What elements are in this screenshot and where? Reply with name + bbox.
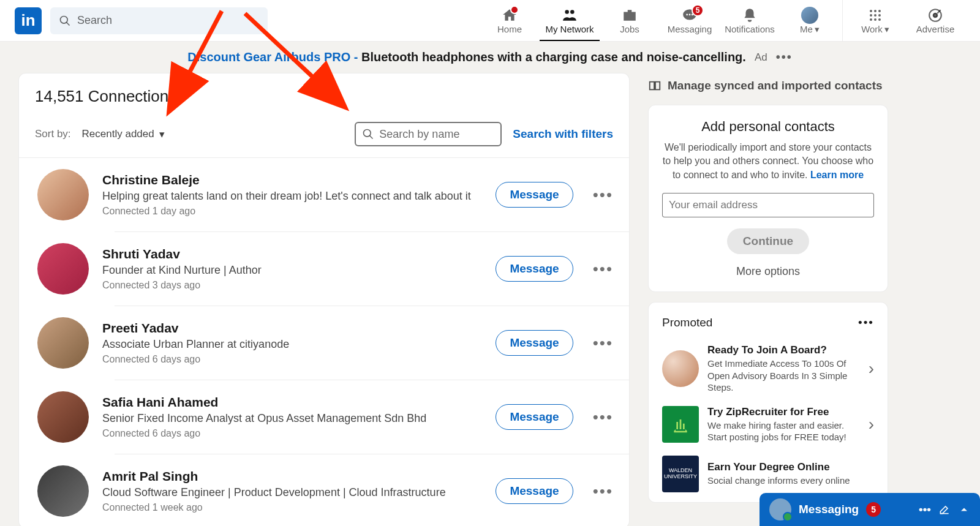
promo-desc: We make hiring faster and easier. Start … <box>707 419 860 443</box>
row-options[interactable]: ••• <box>593 482 613 501</box>
book-icon <box>648 79 662 92</box>
search-placeholder: Search <box>77 14 112 27</box>
connection-name[interactable]: Christine Baleje <box>102 173 482 187</box>
connection-headline: Founder at Kind Nurture | Author <box>102 263 482 277</box>
nav-notifications[interactable]: Notifications <box>720 0 780 41</box>
svg-point-11 <box>870 14 872 17</box>
nav-label: My Network <box>545 24 594 34</box>
svg-line-20 <box>370 136 373 139</box>
nav-advertise[interactable]: Advertise <box>905 0 965 41</box>
row-options[interactable]: ••• <box>593 334 613 353</box>
connection-name[interactable]: Shruti Yadav <box>102 247 482 261</box>
email-input[interactable] <box>662 193 874 217</box>
more-options-link[interactable]: More options <box>662 265 874 278</box>
nav-label: Messaging <box>668 24 712 34</box>
sort-dropdown[interactable]: Recently added ▾ <box>82 128 165 141</box>
search-icon <box>59 15 71 27</box>
sort-value: Recently added <box>82 128 154 140</box>
message-button[interactable]: Message <box>496 256 573 282</box>
message-button[interactable]: Message <box>496 478 573 504</box>
nav-home[interactable]: Home <box>480 0 540 41</box>
svg-point-9 <box>874 10 876 12</box>
svg-point-10 <box>878 10 881 12</box>
nav-network[interactable]: My Network <box>540 0 600 41</box>
target-icon <box>927 7 943 23</box>
chevron-up-icon[interactable] <box>958 503 970 516</box>
nav-divider <box>842 0 843 41</box>
ad-bold: Bluetooth headphones with a charging cas… <box>361 50 746 64</box>
messaging-avatar <box>769 498 791 520</box>
svg-point-15 <box>874 18 876 21</box>
add-contacts-card: Add personal contacts We'll periodically… <box>648 105 888 292</box>
promoted-options[interactable]: ••• <box>858 316 874 329</box>
ad-banner[interactable]: Discount Gear Airbuds PRO - Bluetooth he… <box>0 42 980 73</box>
avatar[interactable] <box>37 243 89 295</box>
linkedin-logo[interactable]: in <box>15 7 42 34</box>
search-by-name[interactable]: Search by name <box>355 122 502 146</box>
message-button[interactable]: Message <box>496 330 573 356</box>
nav-label: Home <box>497 24 522 34</box>
avatar[interactable] <box>37 391 89 443</box>
learn-more-link[interactable]: Learn more <box>810 170 864 180</box>
row-options[interactable]: ••• <box>593 186 613 205</box>
global-search[interactable]: Search <box>50 7 268 34</box>
nav-jobs[interactable]: Jobs <box>600 0 660 41</box>
home-badge <box>510 6 519 14</box>
svg-point-19 <box>364 130 371 137</box>
row-options[interactable]: ••• <box>593 408 613 427</box>
more-icon[interactable]: ••• <box>919 503 931 516</box>
promo-desc: Get Immediate Access To 100s Of Open Adv… <box>707 358 860 394</box>
nav-messaging[interactable]: 5 Messaging <box>660 0 720 41</box>
message-button[interactable]: Message <box>496 404 573 430</box>
connection-row: Christine Baleje Helping great talents l… <box>19 158 629 231</box>
svg-point-14 <box>870 18 872 21</box>
connection-row: Preeti Yadav Associate Urban Planner at … <box>115 306 629 380</box>
connected-when: Connected 6 days ago <box>102 428 482 439</box>
avatar[interactable] <box>37 465 89 517</box>
promo-title: Ready To Join A Board? <box>707 344 860 356</box>
nav-work[interactable]: Work▾ <box>845 0 905 41</box>
bell-icon <box>742 7 758 23</box>
ad-label: Ad <box>755 51 767 64</box>
search-with-filters-link[interactable]: Search with filters <box>513 127 613 141</box>
connection-name[interactable]: Safia Hani Ahamed <box>102 395 482 410</box>
promo-title: Try ZipRecruiter for Free <box>707 406 860 418</box>
connection-headline: Helping great talents land on their drea… <box>102 189 482 203</box>
promoted-item[interactable]: Ready To Join A Board? Get Immediate Acc… <box>662 338 874 400</box>
top-nav: in Search Home My Network Jobs 5 Messagi… <box>0 0 980 42</box>
connections-count: 14,551 Connections <box>35 87 613 106</box>
promoted-item[interactable]: Try ZipRecruiter for Free We make hiring… <box>662 400 874 449</box>
connected-when: Connected 1 week ago <box>102 502 482 513</box>
connection-name[interactable]: Amrit Pal Singh <box>102 469 482 484</box>
ad-options[interactable]: ••• <box>776 50 793 64</box>
nav-label: Work▾ <box>861 24 889 35</box>
avatar[interactable] <box>37 317 89 369</box>
search-placeholder: Search by name <box>379 128 459 141</box>
svg-point-0 <box>61 16 68 23</box>
nav-label: Notifications <box>725 24 775 34</box>
svg-point-6 <box>689 14 691 16</box>
connection-name[interactable]: Preeti Yadav <box>102 321 482 336</box>
promo-image <box>662 350 699 387</box>
chevron-right-icon: › <box>869 359 874 378</box>
connected-when: Connected 6 days ago <box>102 354 482 365</box>
row-options[interactable]: ••• <box>593 260 613 279</box>
manage-contacts-link[interactable]: Manage synced and imported contacts <box>648 73 888 105</box>
svg-point-2 <box>565 10 569 13</box>
message-button[interactable]: Message <box>496 182 573 208</box>
ad-link[interactable]: Discount Gear Airbuds PRO - <box>187 50 358 64</box>
connected-when: Connected 1 day ago <box>102 206 482 217</box>
svg-point-3 <box>570 10 575 13</box>
compose-icon[interactable] <box>938 503 951 516</box>
briefcase-icon <box>622 7 638 23</box>
avatar[interactable] <box>37 169 89 220</box>
nav-me[interactable]: Me▾ <box>780 0 840 41</box>
connection-row: Shruti Yadav Founder at Kind Nurture | A… <box>115 231 629 306</box>
promoted-item[interactable]: WALDENUNIVERSITY Earn Your Degree Online… <box>662 449 874 498</box>
connected-when: Connected 3 days ago <box>102 280 482 291</box>
continue-button[interactable]: Continue <box>727 228 809 254</box>
messaging-overlay[interactable]: Messaging 5 ••• <box>760 493 980 526</box>
connection-headline: Associate Urban Planner at citiyanode <box>102 337 482 351</box>
ad-text: Discount Gear Airbuds PRO - Bluetooth he… <box>187 50 746 64</box>
me-avatar <box>801 7 818 24</box>
